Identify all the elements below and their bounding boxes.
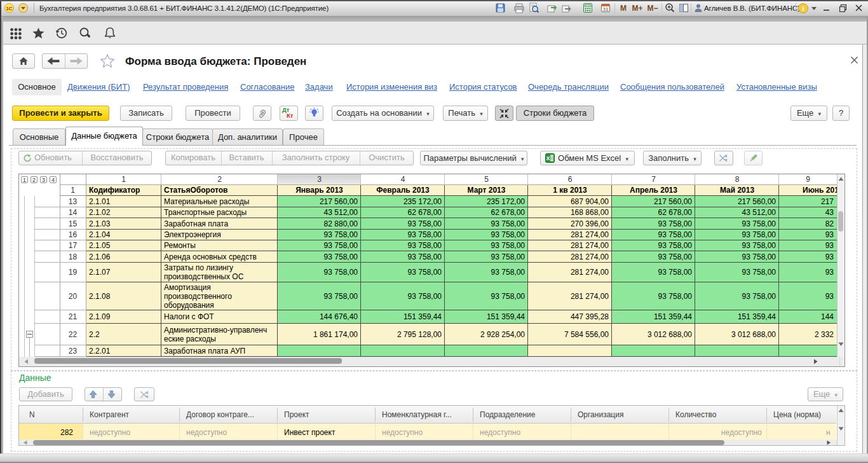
svg-text:31: 31 xyxy=(603,6,609,12)
svg-text:i: i xyxy=(802,4,804,12)
svg-text:1С: 1С xyxy=(6,6,12,11)
svg-text:X: X xyxy=(546,155,550,162)
